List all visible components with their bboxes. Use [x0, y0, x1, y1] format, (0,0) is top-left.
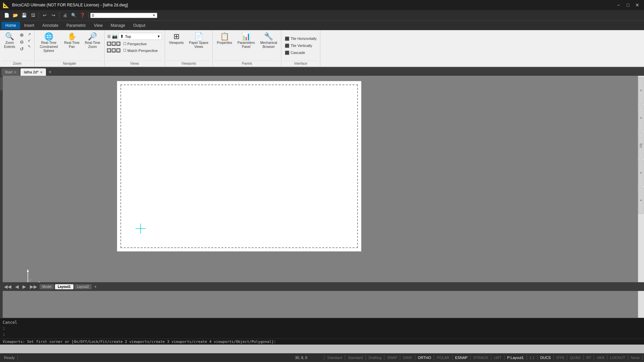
ribbon-group-viewports: ⊞ Viewports 📄 Paper SpaceViews Viewports	[165, 30, 213, 66]
cascade-button[interactable]: ⬛ Cascade	[283, 50, 306, 56]
qa-save-button[interactable]: 💾	[20, 11, 28, 19]
tile-horizontally-button[interactable]: ⬛ Tile Horizontally	[283, 36, 318, 42]
maximize-button[interactable]: □	[624, 1, 632, 9]
status-playout[interactable]: P:Layout1	[504, 355, 527, 360]
status-esnap[interactable]: ESNAP	[452, 355, 471, 360]
qa-preview-button[interactable]: 🔍	[70, 11, 78, 19]
perspective-icon: ☐	[123, 42, 126, 46]
status-polar[interactable]: POLAR	[434, 355, 452, 360]
tile-vertically-button[interactable]: ⬛ Tile Vertically	[283, 43, 313, 49]
realtime-pan-button[interactable]: ✋ Real-TimePan	[62, 32, 82, 50]
status-rt[interactable]: RT	[584, 355, 594, 360]
zoom-next-button[interactable]: ↙	[26, 38, 32, 43]
qa-print-button[interactable]: 🖨	[61, 11, 69, 19]
right-tab-1[interactable]: ≡	[638, 77, 644, 104]
view-dropdown[interactable]: ⬆ Top ▼	[118, 33, 162, 40]
qa-saveas-button[interactable]: 🖫	[29, 11, 37, 19]
status-ortho[interactable]: ORTHO	[415, 355, 434, 360]
status-standard1[interactable]: Standard	[324, 355, 345, 360]
status-grid[interactable]: GRID	[400, 355, 415, 360]
view-dropdown-label: Top	[125, 35, 156, 39]
qa-help-button[interactable]: ❓	[78, 11, 87, 19]
pan-icon: ✋	[67, 33, 76, 40]
zoom-next-icon: ↙	[28, 38, 31, 43]
status-ducs[interactable]: DUCS	[538, 355, 554, 360]
realtime-zoom-button[interactable]: 🔎 Real-TimeZoom	[83, 32, 102, 50]
menu-parametric[interactable]: Parametric	[62, 22, 90, 29]
layout-tab-model[interactable]: Model	[40, 284, 54, 289]
left-handle[interactable]	[0, 77, 2, 90]
qa-undo-button[interactable]: ↩	[41, 11, 49, 19]
tab-add-button[interactable]: +	[47, 68, 54, 76]
layout-tab-layout1[interactable]: Layout1	[55, 284, 73, 289]
menu-output[interactable]: Output	[129, 22, 149, 29]
layer-dropdown[interactable]: 0 ▼	[90, 13, 157, 18]
status-coords[interactable]: 30, 8, 0	[291, 355, 324, 360]
zoom-out-button[interactable]: ⊖	[18, 39, 25, 45]
quick-access-toolbar: 📄 📂 💾 🖫 ↩ ↪ 🖨 🔍 ❓ 0 ▼	[0, 10, 644, 21]
title-text: BricsCAD Ultimate (NOT FOR RESALE Licens…	[12, 3, 128, 7]
zoom-reset-button[interactable]: ↺	[18, 46, 25, 52]
status-lwt[interactable]: LWT	[491, 355, 504, 360]
zoom-reset-icon: ↺	[20, 46, 24, 52]
properties-button[interactable]: 📋 Properties	[215, 32, 234, 46]
zoom-prev-button[interactable]: ↗	[26, 32, 32, 37]
status-quad[interactable]: QUAD	[567, 355, 584, 360]
status-none[interactable]: None	[628, 355, 643, 360]
perspective-button[interactable]: ☐ Perspective	[122, 41, 148, 47]
status-snap[interactable]: SNAP	[384, 355, 400, 360]
status-scale[interactable]: 1:1	[527, 355, 538, 360]
layout-nav-prev[interactable]: ◀	[14, 284, 20, 289]
qa-new-button[interactable]: 📄	[3, 11, 11, 19]
status-standard2[interactable]: Standard	[345, 355, 366, 360]
menu-manage[interactable]: Manage	[107, 22, 129, 29]
parameters-panel-button[interactable]: 📊 ParametersPanel	[235, 32, 257, 50]
zoom-extents-button[interactable]: 🔍 ZoomExtents	[2, 32, 17, 50]
minimize-button[interactable]: −	[614, 1, 623, 9]
status-hka[interactable]: HKA	[594, 355, 607, 360]
qa-redo-button[interactable]: ↪	[49, 11, 57, 19]
realtime-sphere-button[interactable]: 🌐 Real-TimeConstrained Sphere	[37, 32, 61, 54]
status-dyn[interactable]: DYN	[554, 355, 567, 360]
parameters-icon: 📊	[241, 33, 251, 40]
status-strack[interactable]: STRACK	[471, 355, 491, 360]
match-perspective-button[interactable]: ☐ Match Perspective	[122, 48, 159, 53]
right-tab-3[interactable]: f(x)	[638, 132, 644, 159]
tab-start-close[interactable]: ✕	[14, 70, 16, 74]
zoom-window-button[interactable]: ↖	[26, 44, 32, 49]
cursor-crosshair	[136, 224, 146, 235]
cmd-colon2: :	[3, 331, 641, 338]
right-tab-4[interactable]: ≡	[638, 160, 644, 186]
layout-nav-first[interactable]: ◀◀	[3, 284, 13, 289]
tile-v-label: Tile Vertically	[290, 44, 312, 48]
paper-space-views-button[interactable]: 📄 Paper SpaceViews	[187, 32, 211, 50]
zoom-in-button[interactable]: ⊕	[18, 32, 25, 38]
properties-icon: 📋	[220, 33, 229, 40]
mechanical-browser-button[interactable]: 🔧 MechanicalBrowser	[258, 32, 279, 50]
tab-start[interactable]: Start ✕	[1, 68, 20, 76]
title-controls: − □ ✕	[614, 1, 641, 9]
canvas-area[interactable]: W	[3, 76, 638, 318]
menu-view[interactable]: View	[90, 22, 107, 29]
ribbon-group-zoom-label: Zoom	[2, 61, 32, 66]
status-drafting[interactable]: Drafting	[366, 355, 385, 360]
app-icon: 📐	[3, 2, 9, 8]
menu-insert[interactable]: Insert	[20, 22, 38, 29]
command-prompt-text: Viewports: Set first corner or [On/Off/L…	[3, 340, 641, 344]
menu-home[interactable]: Home	[1, 22, 20, 29]
qa-open-button[interactable]: 📂	[11, 11, 19, 19]
viewports-button[interactable]: ⊞ Viewports	[167, 32, 186, 46]
layout-tab-layout2[interactable]: Layout2	[74, 284, 92, 289]
tab-latha2d[interactable]: latha 2d* ✕	[20, 68, 46, 76]
close-button[interactable]: ✕	[633, 1, 641, 9]
status-lockut[interactable]: LOCKUT	[607, 355, 628, 360]
menu-annotate[interactable]: Annotate	[38, 22, 62, 29]
layout-add-button[interactable]: +	[93, 283, 98, 290]
right-tab-5[interactable]: ≡	[638, 187, 644, 214]
tab-latha2d-close[interactable]: ✕	[40, 70, 43, 74]
layout-nav-last[interactable]: ▶▶	[29, 284, 39, 289]
layout-nav-next[interactable]: ▶	[21, 284, 28, 289]
ribbon-group-views-label: Views	[107, 61, 163, 66]
right-tab-2[interactable]: ≡	[638, 105, 644, 131]
ribbon-group-panels: 📋 Properties 📊 ParametersPanel 🔧 Mechani…	[213, 30, 281, 66]
